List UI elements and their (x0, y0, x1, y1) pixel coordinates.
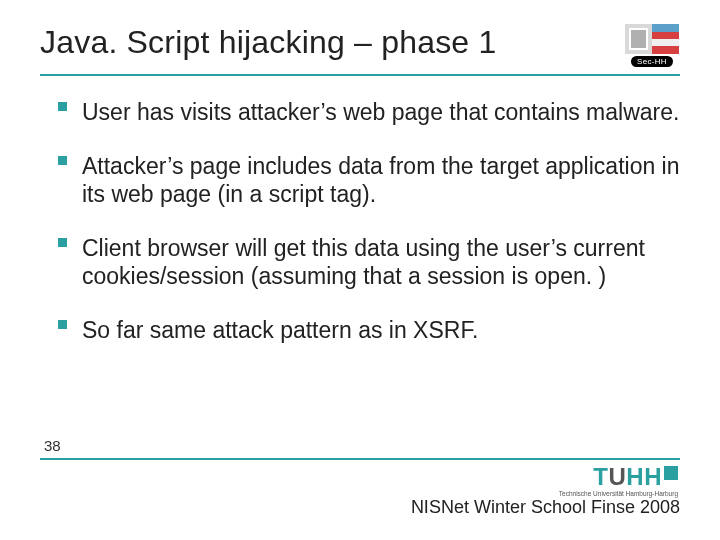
slide-title: Java. Script hijacking – phase 1 (40, 24, 496, 61)
square-icon (664, 466, 678, 480)
tuhh-t: T (593, 463, 608, 490)
bullet-item: User has visits attacker’s web page that… (58, 98, 680, 126)
footer-divider (40, 458, 680, 460)
bullet-item: Client browser will get this data using … (58, 234, 680, 290)
hamburg-flag-icon (625, 24, 679, 54)
slide-number: 38 (44, 437, 680, 454)
tuhh-u: U (608, 463, 626, 490)
footer-row: TUHH Technische Universität Hamburg-Harb… (40, 466, 680, 497)
footer: 38 TUHH Technische Universität Hamburg-H… (40, 437, 680, 518)
bullet-item: Attacker’s page includes data from the t… (58, 152, 680, 208)
bullet-list: User has visits attacker’s web page that… (40, 98, 680, 344)
tuhh-subtitle: Technische Universität Hamburg-Harburg (559, 490, 678, 497)
tuhh-hh: HH (626, 463, 662, 490)
title-divider (40, 74, 680, 76)
tuhh-wordmark: TUHH (593, 466, 678, 489)
sec-hh-badge: Sec-HH (631, 56, 673, 67)
slide: Java. Script hijacking – phase 1 Sec-HH … (0, 0, 720, 540)
bullet-item: So far same attack pattern as in XSRF. (58, 316, 680, 344)
corner-logo: Sec-HH (624, 24, 680, 68)
footer-caption: NISNet Winter School Finse 2008 (40, 497, 680, 518)
tuhh-logo: TUHH Technische Universität Hamburg-Harb… (559, 466, 678, 497)
header-row: Java. Script hijacking – phase 1 Sec-HH (40, 24, 680, 68)
